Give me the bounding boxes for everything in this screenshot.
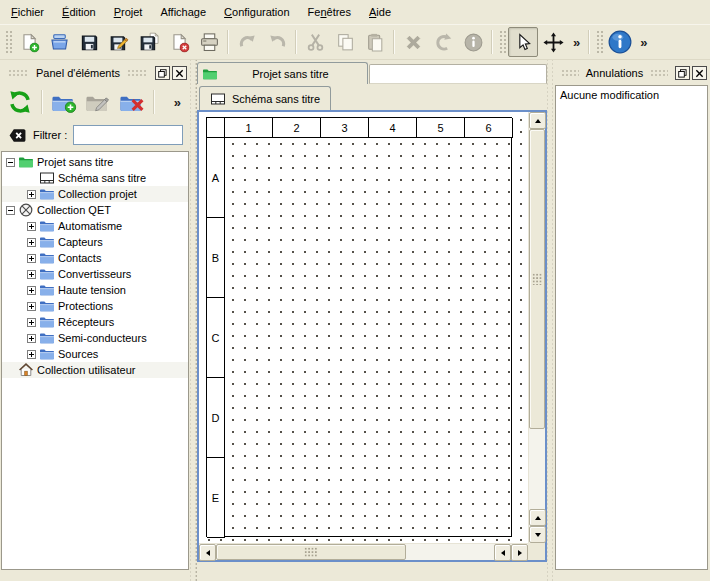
float-panel-button[interactable] — [675, 66, 690, 80]
left-arrow-icon — [501, 550, 505, 556]
new-category-button[interactable] — [48, 86, 80, 118]
menu-fichier[interactable]: Fichier — [2, 2, 53, 22]
tree-item-label: Contacts — [58, 252, 101, 264]
tab-projet-sans-titre[interactable]: Projet sans titre — [197, 62, 368, 84]
close-panel-button[interactable] — [172, 66, 187, 80]
save-button[interactable] — [74, 27, 104, 57]
diagram-info-button[interactable] — [458, 27, 488, 57]
scroll-left-button-secondary[interactable] — [494, 544, 511, 561]
expand-toggle-icon[interactable] — [27, 222, 36, 231]
scroll-left-button[interactable] — [199, 544, 216, 561]
scroll-down-button[interactable] — [529, 526, 546, 543]
expand-toggle-icon[interactable] — [27, 302, 36, 311]
tree-item-label: Haute tension — [58, 284, 126, 296]
expand-toggle-icon[interactable] — [27, 318, 36, 327]
toolbar-drag-handle[interactable] — [498, 29, 506, 55]
copy-button[interactable] — [330, 27, 360, 57]
expand-toggle-icon[interactable] — [27, 286, 36, 295]
vertical-scroll-track[interactable] — [529, 429, 545, 509]
scroll-up-button[interactable] — [529, 112, 546, 129]
filter-input[interactable] — [73, 125, 183, 145]
horizontal-scroll-track[interactable] — [406, 544, 494, 560]
tree-item-semi-conducteurs[interactable]: Semi-conducteurs — [2, 330, 188, 346]
close-project-button[interactable] — [164, 27, 194, 57]
copy-pages-icon — [335, 32, 356, 53]
undo-history-list: Aucune modification — [555, 85, 708, 570]
paste-button[interactable] — [360, 27, 390, 57]
schema-tabbar: Schéma sans titre — [197, 84, 547, 110]
edit-category-button[interactable] — [82, 86, 114, 118]
move-cross-icon — [543, 32, 564, 53]
undo-button[interactable] — [232, 27, 262, 57]
tab-schema-sans-titre[interactable]: Schéma sans titre — [199, 86, 331, 110]
cut-button[interactable] — [300, 27, 330, 57]
titlebar-texture — [127, 69, 148, 77]
clear-filter-icon[interactable] — [8, 127, 27, 144]
green-folder-icon — [202, 66, 218, 82]
expand-toggle-icon[interactable] — [27, 334, 36, 343]
float-panel-button[interactable] — [155, 66, 170, 80]
expand-toggle-icon[interactable] — [27, 350, 36, 359]
elements-panel-titlebar[interactable]: Panel d'éléments — [3, 64, 187, 82]
toolbar-drag-handle[interactable] — [4, 29, 12, 55]
scroll-up-button-secondary[interactable] — [529, 509, 546, 526]
tree-item-protections[interactable]: Protections — [2, 298, 188, 314]
tree-item-haute-tension[interactable]: Haute tension — [2, 282, 188, 298]
tree-item-automatisme[interactable]: Automatisme — [2, 218, 188, 234]
expand-toggle-icon[interactable] — [27, 238, 36, 247]
toolbar-drag-handle[interactable] — [595, 29, 603, 55]
tree-item-collection-qet[interactable]: Collection QET — [2, 202, 188, 218]
menu-fenetres[interactable]: Fenêtres — [299, 2, 360, 22]
open-project-button[interactable] — [44, 27, 74, 57]
green-folder-icon — [18, 154, 34, 170]
tree-item-sources[interactable]: Sources — [2, 346, 188, 362]
save-all-button[interactable] — [134, 27, 164, 57]
redo-button[interactable] — [262, 27, 292, 57]
expand-toggle-icon[interactable] — [27, 254, 36, 263]
tree-item-contacts[interactable]: Contacts — [2, 250, 188, 266]
print-button[interactable] — [194, 27, 224, 57]
floppy-icon — [79, 32, 100, 53]
select-mode-button[interactable] — [508, 27, 538, 57]
menu-aide[interactable]: Aide — [360, 2, 400, 22]
reload-collections-button[interactable] — [4, 86, 36, 118]
rotate-button[interactable] — [428, 27, 458, 57]
tree-item-projet-sans-titre[interactable]: Projet sans titre — [2, 154, 188, 170]
expand-toggle-icon[interactable] — [27, 190, 36, 199]
left-splitter[interactable] — [190, 60, 197, 581]
tree-item-recepteurs[interactable]: Récepteurs — [2, 314, 188, 330]
elements-tree: Projet sans titre Schéma sans titre Coll… — [1, 151, 189, 570]
row-header: C — [207, 298, 225, 378]
undo-panel-titlebar[interactable]: Annulations — [556, 64, 707, 82]
tree-item-schema-sans-titre[interactable]: Schéma sans titre — [2, 170, 188, 186]
save-as-button[interactable] — [104, 27, 134, 57]
about-button[interactable] — [605, 27, 635, 57]
panel-toolbar-overflow-button[interactable]: » — [169, 95, 186, 110]
collapse-toggle-icon[interactable] — [6, 206, 15, 215]
tabbar-empty-area — [369, 64, 547, 84]
delete-category-button[interactable] — [116, 86, 148, 118]
menu-edition[interactable]: Édition — [53, 2, 105, 22]
delete-button[interactable] — [398, 27, 428, 57]
page-body[interactable] — [225, 138, 513, 538]
new-project-button[interactable] — [14, 27, 44, 57]
horizontal-scroll-thumb[interactable] — [216, 544, 406, 560]
vertical-scroll-thumb[interactable] — [529, 129, 545, 429]
scroll-right-button[interactable] — [511, 544, 528, 561]
schema-canvas[interactable]: 1 2 3 4 5 6 A B C D E — [199, 112, 528, 543]
undo-history-item[interactable]: Aucune modification — [557, 88, 706, 102]
collapse-toggle-icon[interactable] — [6, 158, 15, 167]
toolbar-overflow-button[interactable]: » — [568, 35, 585, 50]
tree-item-capteurs[interactable]: Capteurs — [2, 234, 188, 250]
home-icon — [18, 362, 34, 378]
tree-item-convertisseurs[interactable]: Convertisseurs — [2, 266, 188, 282]
menu-projet[interactable]: Projet — [105, 2, 152, 22]
tree-item-collection-projet[interactable]: Collection projet — [2, 186, 188, 202]
menu-configuration[interactable]: Configuration — [215, 2, 298, 22]
toolbar-overflow-button[interactable]: » — [635, 35, 652, 50]
scroll-mode-button[interactable] — [538, 27, 568, 57]
menu-affichage[interactable]: Affichage — [151, 2, 215, 22]
close-panel-button[interactable] — [692, 66, 707, 80]
expand-toggle-icon[interactable] — [27, 270, 36, 279]
tree-item-collection-utilisateur[interactable]: Collection utilisateur — [2, 362, 188, 378]
